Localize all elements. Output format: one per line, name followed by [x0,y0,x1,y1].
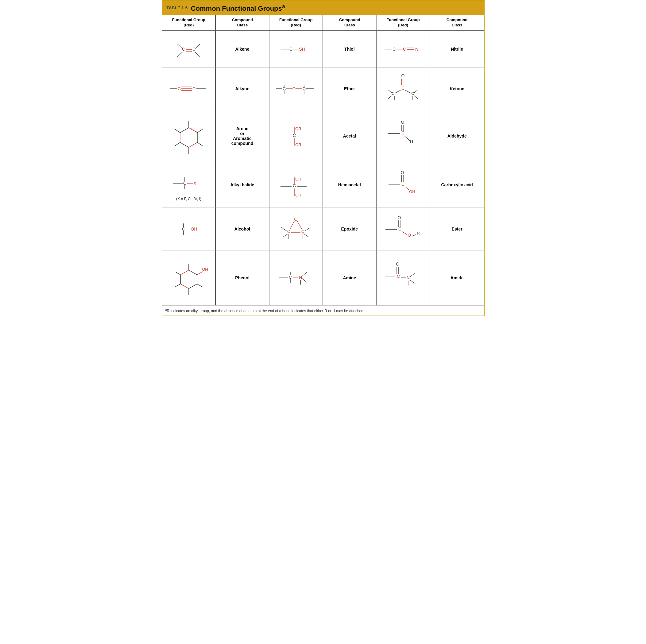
svg-text:C: C [192,86,196,91]
svg-text:N: N [415,47,418,51]
svg-text:X: X [193,181,196,186]
epoxide-label: Epoxide [323,208,377,250]
svg-text:C: C [402,130,405,135]
phenol-structure-cell: OH [163,250,216,305]
svg-line-136 [189,284,197,289]
svg-text:C: C [403,47,406,51]
svg-line-54 [414,96,418,99]
svg-line-6 [195,44,200,49]
aldehyde-structure-cell: C O H [376,110,430,162]
table-footnote: aR indicates an alkyl group, and the abs… [163,305,484,316]
svg-line-132 [412,234,416,236]
alkyl-halide-structure-cell: C X (X = F, Cl, Br, I) [163,162,216,208]
acetal-svg: C OR OR [278,116,314,156]
svg-line-116 [290,221,294,229]
ester-structure-cell: C O O R [376,208,430,250]
svg-text:C: C [392,91,395,96]
aldehyde-svg: C O H [385,118,421,154]
svg-line-143 [197,284,203,287]
alkyne-structure-cell: C C [163,68,216,110]
svg-line-105 [405,187,409,190]
svg-text:C: C [287,229,290,234]
svg-text:OR: OR [295,142,301,147]
carboxylic-acid-structure-cell: C O OH [376,162,430,208]
epoxide-structure-cell: O C C [270,208,323,250]
svg-text:C: C [289,275,292,280]
thiol-label: Thiol [323,31,377,68]
alkene-structure-cell: C C [163,31,216,68]
svg-text:O: O [294,217,298,222]
svg-line-119 [283,234,288,237]
svg-line-65 [197,142,203,146]
nitrile-svg: C C N [383,38,423,60]
svg-line-134 [189,270,197,275]
amine-svg: C N [278,259,314,296]
col-header-fg1: Functional Group(Red) [163,15,216,30]
ketone-structure-cell: C O C C [376,68,430,110]
svg-line-120 [282,227,287,231]
svg-text:OH: OH [409,189,416,194]
svg-line-59 [180,142,189,147]
svg-text:OH: OH [202,267,208,272]
thiol-svg: C SH [278,38,314,60]
svg-line-64 [197,129,203,133]
carboxylic-acid-svg: C O OH [386,168,420,202]
svg-line-154 [302,279,307,283]
alkene-label: Alkene [216,31,270,68]
hemiacetal-svg: C OH OR [278,167,314,203]
nitrile-structure-cell: C C N [376,31,430,68]
main-table: TABLE 1-6 Common Functional Groupsa Func… [162,0,484,316]
svg-text:R: R [417,231,420,235]
phenol-label: Phenol [216,250,270,305]
arene-structure-cell [163,110,216,162]
svg-text:C: C [182,226,185,231]
svg-line-5 [177,52,183,57]
svg-text:C: C [398,226,402,231]
thiol-structure-cell: C SH [270,31,323,68]
amine-structure-cell: C N [270,250,323,305]
alkyne-label: Alkyne [216,68,270,110]
svg-line-53 [414,90,418,93]
svg-text:C: C [402,182,405,187]
footnote-text: R indicates an alkyl group, and the abse… [167,309,364,313]
svg-text:C: C [402,86,405,91]
ester-svg: C O O R [383,214,423,244]
svg-line-163 [410,273,415,277]
svg-line-51 [388,96,392,99]
svg-line-67 [175,142,180,146]
svg-line-139 [181,270,189,275]
svg-text:OH: OH [191,226,197,231]
col-header-cc1: CompoundClass [216,15,270,30]
svg-line-145 [175,284,181,287]
svg-line-153 [302,272,307,276]
col-header-fg2: Functional Group(Red) [270,15,323,30]
svg-line-122 [304,234,309,237]
svg-text:OH: OH [295,177,301,182]
phenol-svg: OH [169,255,209,301]
svg-text:C: C [301,229,304,234]
aldehyde-label: Aldehyde [430,110,484,162]
svg-line-4 [177,44,183,49]
svg-line-137 [181,284,189,289]
alcohol-svg: C OH [172,217,206,241]
alkyne-svg: C C [169,80,209,98]
svg-line-48 [405,90,411,93]
svg-text:H: H [410,139,413,144]
col-header-fg3: Functional Group(Red) [376,15,430,30]
svg-text:O: O [396,261,400,266]
amide-svg: C O N [383,259,423,296]
svg-line-62 [190,128,197,132]
amide-structure-cell: C O N [376,250,430,305]
svg-text:C: C [412,91,414,96]
ether-structure-cell: C O C [270,68,323,110]
col-header-cc3: CompoundClass [430,15,484,30]
table-header: TABLE 1-6 Common Functional Groupsa [163,1,484,15]
svg-line-50 [388,90,392,93]
svg-line-56 [189,128,197,133]
acetal-label: Acetal [323,110,377,162]
alkene-svg: C C [172,35,206,63]
alkyl-halide-note: (X = F, Cl, Br, I) [176,197,201,201]
svg-text:O: O [402,73,405,78]
hemiacetal-label: Hemiacetal [323,162,377,208]
title-superscript: a [282,3,285,9]
